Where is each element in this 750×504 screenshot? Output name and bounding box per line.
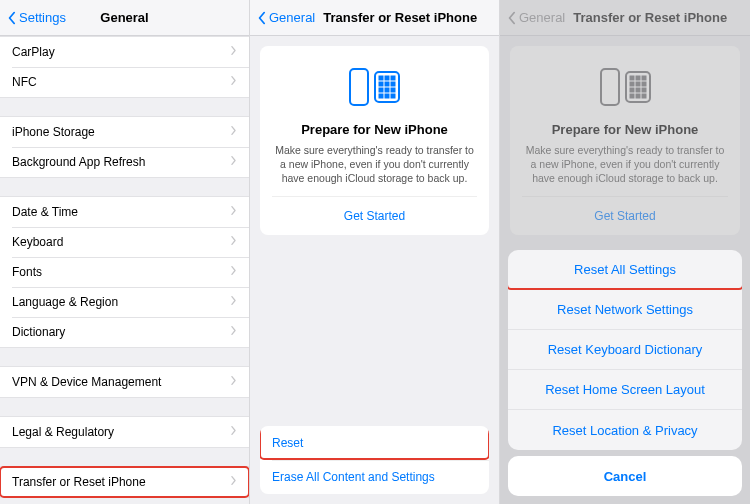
svg-rect-5 bbox=[379, 82, 383, 86]
option-label: Reset All Settings bbox=[574, 262, 676, 277]
row-label: Keyboard bbox=[12, 235, 63, 249]
prepare-card: Prepare for New iPhone Make sure everyth… bbox=[260, 46, 489, 235]
row-dictionary[interactable]: Dictionary bbox=[0, 317, 249, 347]
chevron-right-icon bbox=[230, 205, 237, 219]
option-label: Reset Home Screen Layout bbox=[545, 382, 705, 397]
settings-group: Date & Time Keyboard Fonts Language & Re… bbox=[0, 196, 249, 348]
svg-rect-9 bbox=[385, 88, 389, 92]
row-language-region[interactable]: Language & Region bbox=[0, 287, 249, 317]
reset-button[interactable]: Reset bbox=[260, 426, 489, 460]
nav-bar: Settings General bbox=[0, 0, 249, 36]
option-label: Reset Keyboard Dictionary bbox=[548, 342, 703, 357]
back-button[interactable]: Settings bbox=[6, 10, 66, 25]
shut-down-button[interactable]: Shut Down bbox=[0, 498, 249, 504]
link-label: Reset bbox=[272, 436, 303, 450]
row-fonts[interactable]: Fonts bbox=[0, 257, 249, 287]
row-label: NFC bbox=[12, 75, 37, 89]
chevron-right-icon bbox=[230, 425, 237, 439]
back-label: Settings bbox=[19, 10, 66, 25]
svg-rect-0 bbox=[350, 69, 368, 105]
sheet-options: Reset All Settings Reset Network Setting… bbox=[508, 250, 742, 450]
svg-rect-10 bbox=[391, 88, 395, 92]
row-label: Legal & Regulatory bbox=[12, 425, 114, 439]
device-transfer-icon bbox=[272, 60, 477, 114]
pane-general: Settings General CarPlay NFC iPhone Stor… bbox=[0, 0, 250, 504]
row-keyboard[interactable]: Keyboard bbox=[0, 227, 249, 257]
page-title: General bbox=[100, 10, 148, 25]
action-sheet: Reset All Settings Reset Network Setting… bbox=[508, 250, 742, 496]
chevron-right-icon bbox=[230, 125, 237, 139]
row-vpn-device-management[interactable]: VPN & Device Management bbox=[0, 367, 249, 397]
settings-group: Legal & Regulatory bbox=[0, 416, 249, 448]
svg-rect-8 bbox=[379, 88, 383, 92]
chevron-right-icon bbox=[230, 375, 237, 389]
chevron-right-icon bbox=[230, 75, 237, 89]
cancel-label: Cancel bbox=[604, 469, 647, 484]
row-label: Background App Refresh bbox=[12, 155, 145, 169]
row-label: VPN & Device Management bbox=[12, 375, 161, 389]
reset-home-screen-layout-option[interactable]: Reset Home Screen Layout bbox=[508, 370, 742, 410]
chevron-right-icon bbox=[230, 45, 237, 59]
svg-rect-13 bbox=[391, 94, 395, 98]
chevron-right-icon bbox=[230, 155, 237, 169]
row-label: Language & Region bbox=[12, 295, 118, 309]
pane-transfer-reset: General Transfer or Reset iPhone Prepare… bbox=[250, 0, 500, 504]
option-label: Reset Location & Privacy bbox=[552, 423, 697, 438]
chevron-right-icon bbox=[230, 475, 237, 489]
reset-location-privacy-option[interactable]: Reset Location & Privacy bbox=[508, 410, 742, 450]
card-heading: Prepare for New iPhone bbox=[272, 122, 477, 137]
row-transfer-or-reset[interactable]: Transfer or Reset iPhone bbox=[0, 467, 249, 497]
reset-all-settings-option[interactable]: Reset All Settings bbox=[508, 250, 742, 290]
row-label: Dictionary bbox=[12, 325, 65, 339]
svg-rect-11 bbox=[379, 94, 383, 98]
settings-group: iPhone Storage Background App Refresh bbox=[0, 116, 249, 178]
nav-bar: General Transfer or Reset iPhone bbox=[250, 0, 499, 36]
bottom-actions: Reset Erase All Content and Settings bbox=[260, 426, 489, 494]
page-title: Transfer or Reset iPhone bbox=[323, 10, 477, 25]
chevron-right-icon bbox=[230, 295, 237, 309]
cancel-button[interactable]: Cancel bbox=[508, 456, 742, 496]
row-label: Transfer or Reset iPhone bbox=[12, 475, 146, 489]
svg-rect-12 bbox=[385, 94, 389, 98]
row-nfc[interactable]: NFC bbox=[0, 67, 249, 97]
svg-rect-4 bbox=[391, 76, 395, 80]
reset-keyboard-dictionary-option[interactable]: Reset Keyboard Dictionary bbox=[508, 330, 742, 370]
chevron-right-icon bbox=[230, 235, 237, 249]
row-iphone-storage[interactable]: iPhone Storage bbox=[0, 117, 249, 147]
svg-rect-3 bbox=[385, 76, 389, 80]
svg-rect-6 bbox=[385, 82, 389, 86]
chevron-left-icon bbox=[6, 11, 17, 25]
settings-group: VPN & Device Management bbox=[0, 366, 249, 398]
row-date-time[interactable]: Date & Time bbox=[0, 197, 249, 227]
row-label: iPhone Storage bbox=[12, 125, 95, 139]
chevron-right-icon bbox=[230, 325, 237, 339]
settings-scroll[interactable]: CarPlay NFC iPhone Storage Background Ap… bbox=[0, 36, 249, 504]
back-label: General bbox=[269, 10, 315, 25]
option-label: Reset Network Settings bbox=[557, 302, 693, 317]
chevron-right-icon bbox=[230, 265, 237, 279]
link-label: Erase All Content and Settings bbox=[272, 470, 435, 484]
erase-all-button[interactable]: Erase All Content and Settings bbox=[260, 460, 489, 494]
pane-reset-sheet: General Transfer or Reset iPhone Prepare… bbox=[500, 0, 750, 504]
row-label: CarPlay bbox=[12, 45, 55, 59]
chevron-left-icon bbox=[256, 11, 267, 25]
back-button[interactable]: General bbox=[256, 10, 315, 25]
row-label: Fonts bbox=[12, 265, 42, 279]
row-carplay[interactable]: CarPlay bbox=[0, 37, 249, 67]
settings-group: Transfer or Reset iPhone bbox=[0, 466, 249, 498]
svg-rect-7 bbox=[391, 82, 395, 86]
card-body: Make sure everything's ready to transfer… bbox=[272, 143, 477, 186]
get-started-button[interactable]: Get Started bbox=[272, 196, 477, 235]
row-label: Date & Time bbox=[12, 205, 78, 219]
settings-group: CarPlay NFC bbox=[0, 36, 249, 98]
reset-network-settings-option[interactable]: Reset Network Settings bbox=[508, 290, 742, 330]
row-background-app-refresh[interactable]: Background App Refresh bbox=[0, 147, 249, 177]
row-legal-regulatory[interactable]: Legal & Regulatory bbox=[0, 417, 249, 447]
svg-rect-2 bbox=[379, 76, 383, 80]
